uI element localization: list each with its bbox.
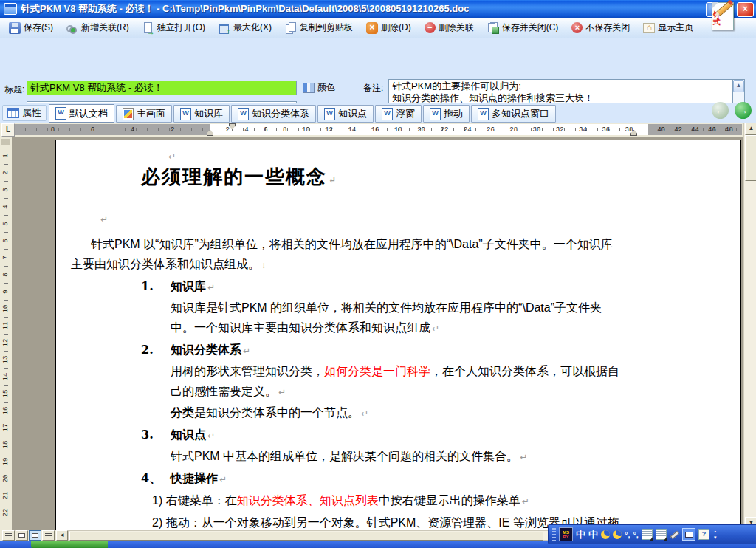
tab-strip: 默认文档主画面知识库知识分类体系知识点浮窗拖动多知识点窗口 [49,104,557,123]
ruler-tick [4,232,8,233]
color-button[interactable]: 颜色 [303,81,335,94]
document-content: ↵必须理解的一些概念↵↵针式PKM 以“知识库”为组织单位，将相关的文件均放在应… [71,149,622,530]
help-icon[interactable]: ? [698,529,709,540]
horizontal-scroll-thumb[interactable] [69,532,543,541]
ruler-number: 6 [91,126,94,134]
tab-知识点[interactable]: 知识点 [317,105,374,123]
toolbar-button-label: 复制到剪贴板 [300,21,353,34]
copy-icon [285,22,297,34]
toolbar-button[interactable]: 独立打开(O) [140,19,208,36]
ruler-number: 11 [2,322,10,330]
close-button[interactable]: × [737,2,754,17]
paragraph-mark: ↵ [243,346,250,356]
toolbar-button[interactable]: 删除(D) [363,19,414,36]
ruler-tick [4,453,8,453]
list-item-number: 3. [141,425,171,446]
toolbar-button[interactable]: 最大化(X) [216,19,275,36]
ime-chinese-mode-button[interactable]: 中 [588,529,598,541]
title-input[interactable] [27,81,297,95]
ruler-left-margin: 8642 [15,124,210,135]
picture-icon [123,108,134,120]
ime-logo-icon[interactable]: MS PY [559,527,573,541]
forward-arrow-button[interactable]: → [735,102,752,119]
vertical-scrollbar[interactable]: ▲ ▼ [743,123,756,530]
list-item-title: 知识点↵ [171,425,215,446]
ruler-number: 13 [2,356,10,364]
document-page[interactable]: ↵必须理解的一些概念↵↵针式PKM 以“知识库”为组织单位，将相关的文件均放在应… [55,140,741,530]
tab-bar: 属性 默认文档主画面知识库知识分类体系知识点浮窗拖动多知识点窗口 ← → [0,103,756,123]
drag-handle[interactable] [552,528,556,541]
color-button-label: 颜色 [317,81,335,94]
ruler-number: 32 [556,126,564,134]
ime-chinese-mode-button[interactable]: 中 [576,529,585,541]
paragraph-mark: ↵ [219,474,227,484]
vertical-scroll-thumb[interactable] [745,135,756,181]
close-nosave-icon [571,22,583,33]
ruler-number: 5 [2,222,10,225]
list-item: 4、快捷操作↵ [141,468,622,490]
ime-options-chevron[interactable]: ▪▾ [714,529,717,541]
list-item-body: 分类是知识分类体系中的一个节点。↵ [171,403,622,424]
properties-toggle-button[interactable]: 属性 [2,105,47,121]
tab-浮窗[interactable]: 浮窗 [375,105,422,123]
list-item-title: 快捷操作↵ [171,468,227,490]
toolbar-button[interactable]: 保存并关闭(C) [484,19,562,36]
list-item-heading: 2.知识分类体系↵ [141,340,622,361]
tab-stop-selector[interactable]: L [1,123,15,137]
ruler-tick [4,521,8,521]
scroll-up-icon[interactable]: ▲ [733,80,744,92]
ime-toolbar-icon[interactable] [682,528,695,541]
text-run: 针式PKM 以“知识库”为组织单位，将相关的文件均放在应用程序中的“\Data”… [71,238,613,270]
ruler-number: 14 [2,373,10,381]
ruler-number: 12 [2,339,10,347]
ruler-tick [4,215,8,216]
back-arrow-button[interactable]: ← [712,102,729,119]
moon-icon[interactable] [601,530,610,539]
tab-多知识点窗口[interactable]: 多知识点窗口 [471,105,556,123]
paragraph-mark: ↵ [168,151,176,162]
tab-主画面[interactable]: 主画面 [116,105,172,123]
toolbar-button-label: 独立打开(O) [157,21,205,34]
ruler-number: 19 [2,458,10,466]
text-run: 知识库是针式PKM 的组织单位，将相关的文件均放在应用程序中的“\Data”子文… [171,301,602,334]
toolbar-button-label: 最大化(X) [233,21,272,34]
empty-paragraph: ↵ [99,212,622,225]
toolbar-button-label: 保存并关闭(C) [502,21,559,34]
outline-view-button[interactable] [42,530,55,541]
toolbar-button[interactable]: 显示主页 [640,19,696,36]
toolbar-button[interactable]: 复制到剪贴板 [282,19,356,36]
normal-view-button[interactable] [2,530,15,541]
toolbar-button[interactable]: 新增关联(R) [63,19,132,36]
print-layout-view-button[interactable] [29,530,41,541]
start-button-edge[interactable] [31,541,108,548]
paragraph-mark: ↵ [100,214,108,225]
tab-默认文档[interactable]: 默认文档 [49,104,114,123]
home-icon [643,23,655,33]
pen-icon[interactable] [670,530,679,539]
list-item-number: 1. [141,276,171,298]
ime-punctuation-button[interactable]: °, [625,530,630,539]
ime-wordlist-icon[interactable] [656,529,667,540]
ime-punctuation-button[interactable]: °, [633,530,638,539]
toolbar-button[interactable]: 不保存关闭 [568,19,633,36]
scroll-left-icon[interactable]: ◄ [56,530,68,541]
document-paragraph: 针式PKM 以“知识库”为组织单位，将相关的文件均放在应用程序中的“\Data”… [71,234,622,275]
toolbar-button[interactable]: 删除关联 [422,19,477,36]
ruler-number: 6 [264,126,267,134]
ruler-tick [4,198,8,199]
list-item-number: 4、 [141,468,171,490]
ruler-number: 22 [2,509,10,517]
tab-拖动[interactable]: 拖动 [423,105,470,123]
ime-wordlist-icon[interactable] [642,529,653,540]
tab-知识库[interactable]: 知识库 [173,105,230,123]
paragraph-mark: ↵ [207,431,215,441]
word-doc-icon [430,108,441,120]
ruler-text-area: 2468101214161820222426283032343638 [210,124,648,135]
web-layout-view-button[interactable] [16,530,28,541]
scroll-up-icon[interactable]: ▲ [745,123,756,135]
toolbar-button-label: 不保存关闭 [585,21,630,34]
toolbar-button[interactable]: 保存(S) [6,19,56,36]
moon-icon[interactable] [613,530,622,539]
tab-知识分类体系[interactable]: 知识分类体系 [231,105,316,123]
ruler-tick [4,181,8,182]
